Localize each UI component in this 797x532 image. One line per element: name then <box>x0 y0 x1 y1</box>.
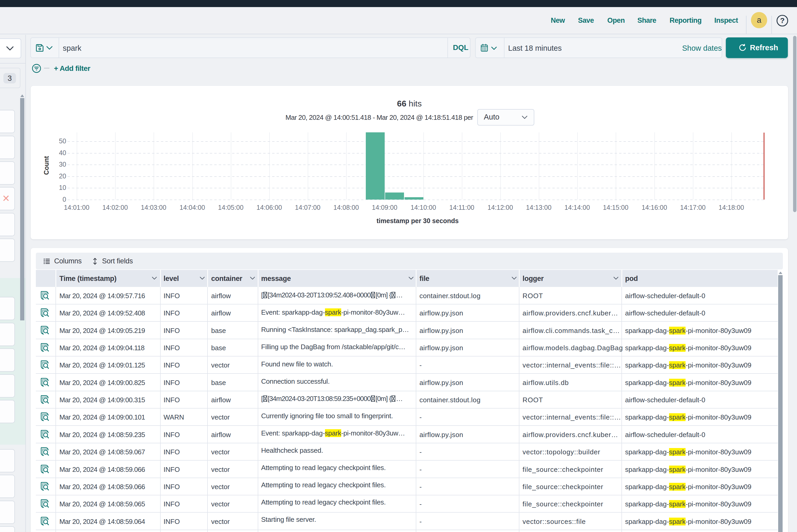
svg-text:?: ? <box>780 17 784 24</box>
